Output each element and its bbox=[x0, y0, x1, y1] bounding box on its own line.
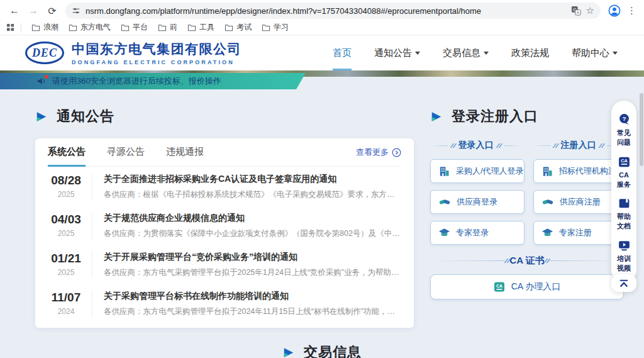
notice-date: 01/21 bbox=[48, 252, 84, 266]
nav-notices[interactable]: 通知公告 bbox=[374, 35, 420, 70]
svg-text:?: ? bbox=[622, 115, 626, 122]
graduation-cap-icon bbox=[438, 228, 450, 238]
faq-item[interactable]: ? 常见问题 bbox=[617, 108, 631, 152]
page-body: 请使用360安全浏览器进行后续投标、报价操作 通知公告 系统公告 寻源公告 违规… bbox=[0, 70, 644, 358]
question-bubble-icon: ? bbox=[618, 113, 631, 126]
bookmarks-bar: 浪潮 东方电气 平台 前 工具 考试 学习 bbox=[0, 21, 644, 35]
notice-title: 关于采购管理平台标书在线制作功能培训的通知 bbox=[104, 291, 401, 302]
notice-year: 2025 bbox=[48, 229, 84, 238]
dec-logo[interactable]: DEC bbox=[25, 42, 64, 64]
ca-service-item[interactable]: CA CA服务 bbox=[617, 152, 631, 194]
login-buttons: 采购人/代理人登录 招标代理机构注册 供应商登录 供应商注册 bbox=[430, 159, 624, 245]
browser-menu-icon[interactable]: ⋮ bbox=[627, 5, 636, 16]
bookmark-folder[interactable]: 前 bbox=[154, 21, 181, 34]
bookmark-folder[interactable]: 考试 bbox=[221, 21, 255, 34]
back-to-top-icon bbox=[618, 279, 630, 288]
help-docs-item[interactable]: 帮助文档 bbox=[617, 193, 631, 235]
handshake-icon bbox=[541, 197, 554, 207]
translate-icon[interactable]: GA bbox=[571, 6, 581, 16]
tab-sourcing-notices[interactable]: 寻源公告 bbox=[107, 138, 145, 167]
browser-notice-banner: 请使用360安全浏览器进行后续投标、报价操作 bbox=[0, 73, 306, 89]
training-videos-item[interactable]: 培训视频 bbox=[617, 235, 631, 277]
bookmark-folder[interactable]: 东方电气 bbox=[65, 21, 114, 34]
chevron-down-icon bbox=[613, 52, 618, 57]
tab-violation-reports[interactable]: 违规通报 bbox=[166, 138, 204, 167]
back-to-top-button[interactable] bbox=[611, 274, 636, 292]
trade-info-section: 交易信息 bbox=[0, 343, 644, 358]
section-arrow-icon bbox=[430, 111, 443, 123]
notice-row[interactable]: 11/072024 关于采购管理平台标书在线制作功能培训的通知各供应商：东方电气… bbox=[48, 284, 401, 323]
bookmark-folder[interactable]: 学习 bbox=[258, 21, 292, 34]
expert-login-button[interactable]: 专家登录 bbox=[430, 221, 525, 245]
notice-title: 关于全面推进非招标采购业务CA认证及电子签章应用的通知 bbox=[104, 174, 401, 185]
handshake-icon bbox=[438, 197, 451, 207]
nav-home[interactable]: 首页 bbox=[333, 35, 352, 70]
notice-date: 11/07 bbox=[48, 291, 84, 305]
address-bar[interactable]: nsrm.dongfang.com/platform/runtime/epp/d… bbox=[65, 3, 601, 19]
profile-avatar-icon[interactable] bbox=[608, 4, 621, 17]
banner-notice-text: 请使用360安全浏览器进行后续投标、报价操作 bbox=[52, 76, 221, 87]
notice-year: 2025 bbox=[48, 190, 84, 199]
url-text[interactable]: nsrm.dongfang.com/platform/runtime/epp/d… bbox=[86, 6, 566, 16]
site-settings-icon[interactable] bbox=[72, 6, 80, 15]
bookmark-folder[interactable]: 平台 bbox=[117, 21, 152, 34]
notice-date: 04/03 bbox=[48, 213, 84, 227]
main-content: 通知公告 系统公告 寻源公告 违规通报 查看更多 08/282025 bbox=[0, 77, 644, 328]
training-video-icon bbox=[618, 240, 631, 252]
notice-desc: 各供应商：东方电气采购管理平台拟于2024年11月15日上线“标书在线制作”功能… bbox=[104, 306, 401, 317]
notice-year: 2024 bbox=[48, 307, 84, 316]
ca-badge-icon: CA bbox=[494, 281, 505, 293]
notice-desc: 各供应商：根据《电子招标投标系统技术规范》《电子采购交易规范》要求，东方电气采购… bbox=[104, 189, 401, 200]
browser-actions: ⋮ bbox=[608, 4, 638, 17]
nav-policies[interactable]: 政策法规 bbox=[511, 35, 549, 70]
ca-apply-button[interactable]: CA CA 办理入口 bbox=[430, 274, 624, 299]
notices-heading: 通知公告 bbox=[35, 107, 414, 126]
alert-dot bbox=[45, 75, 48, 79]
main-nav: 首页 通知公告 交易信息 政策法规 帮助中心 bbox=[333, 35, 621, 70]
notice-row[interactable]: 04/032025 关于规范供应商企业规模信息的通知各供应商：为贯彻落实《保障中… bbox=[48, 206, 401, 245]
notice-row[interactable]: 08/282025 关于全面推进非招标采购业务CA认证及电子签章应用的通知各供应… bbox=[48, 167, 401, 206]
trade-info-heading: 交易信息 bbox=[282, 343, 362, 358]
nav-trade-info[interactable]: 交易信息 bbox=[443, 35, 489, 70]
group-labels: 登录入口 注册入口 bbox=[430, 140, 624, 151]
supplier-login-button[interactable]: 供应商登录 bbox=[430, 190, 525, 214]
bookmark-folder[interactable]: 工具 bbox=[184, 21, 218, 34]
forward-icon[interactable]: → bbox=[25, 3, 42, 19]
browser-toolbar: ← → ⟳ nsrm.dongfang.com/platform/runtime… bbox=[0, 0, 644, 21]
section-arrow-icon bbox=[35, 111, 48, 123]
chevron-down-icon bbox=[415, 52, 420, 57]
apps-grid-icon[interactable] bbox=[6, 23, 14, 31]
login-register-section: 登录注册入口 登录入口 注册入口 bbox=[430, 107, 624, 328]
notice-desc: 各供应商：为贯彻落实《保障中小企业款项支付条例》（国务院令第802号）及《中小企… bbox=[104, 228, 401, 239]
buyer-agent-login-button[interactable]: 采购人/代理人登录 bbox=[430, 159, 525, 183]
nav-help-center[interactable]: 帮助中心 bbox=[572, 35, 618, 70]
building-icon bbox=[541, 165, 553, 177]
notices-section: 通知公告 系统公告 寻源公告 违规通报 查看更多 08/282025 bbox=[35, 107, 414, 328]
company-name-cn: 中国东方电气集团有限公司 bbox=[72, 40, 242, 58]
notice-row[interactable]: 01/212025 关于开展采购管理平台“竞价采购业务”培训的通知各供应商：东方… bbox=[48, 245, 401, 284]
speaker-icon bbox=[36, 76, 47, 86]
circle-chevron-right-icon bbox=[392, 148, 401, 157]
notice-year: 2025 bbox=[48, 268, 84, 277]
reload-icon[interactable]: ⟳ bbox=[44, 3, 60, 19]
view-more-link[interactable]: 查看更多 bbox=[356, 138, 401, 166]
company-name-en: DONGFANG ELECTRIC CORPORATION bbox=[72, 59, 242, 65]
tab-system-notices[interactable]: 系统公告 bbox=[48, 138, 86, 167]
svg-text:CA: CA bbox=[621, 158, 628, 164]
notice-title: 关于开展采购管理平台“竞价采购业务”培训的通知 bbox=[104, 252, 401, 263]
site-header: DEC 中国东方电气集团有限公司 DONGFANG ELECTRIC CORPO… bbox=[0, 35, 644, 70]
back-icon[interactable]: ← bbox=[6, 3, 23, 19]
register-group-label: 注册入口 bbox=[533, 140, 624, 151]
login-group-label: 登录入口 bbox=[430, 140, 521, 151]
help-doc-icon bbox=[618, 198, 631, 210]
chevron-down-icon bbox=[484, 52, 489, 57]
bookmark-folder[interactable]: 浪潮 bbox=[28, 21, 62, 34]
login-heading: 登录注册入口 bbox=[430, 107, 624, 126]
ca-section-label: CA 证书 bbox=[431, 255, 623, 267]
notice-date: 08/28 bbox=[48, 174, 84, 187]
brand-text: 中国东方电气集团有限公司 DONGFANG ELECTRIC CORPORATI… bbox=[72, 40, 242, 65]
bookmark-star-icon[interactable]: ☆ bbox=[586, 5, 594, 16]
divider bbox=[21, 23, 21, 32]
graduation-cap-icon bbox=[541, 228, 553, 238]
scrollbar-thumb[interactable] bbox=[640, 93, 643, 166]
